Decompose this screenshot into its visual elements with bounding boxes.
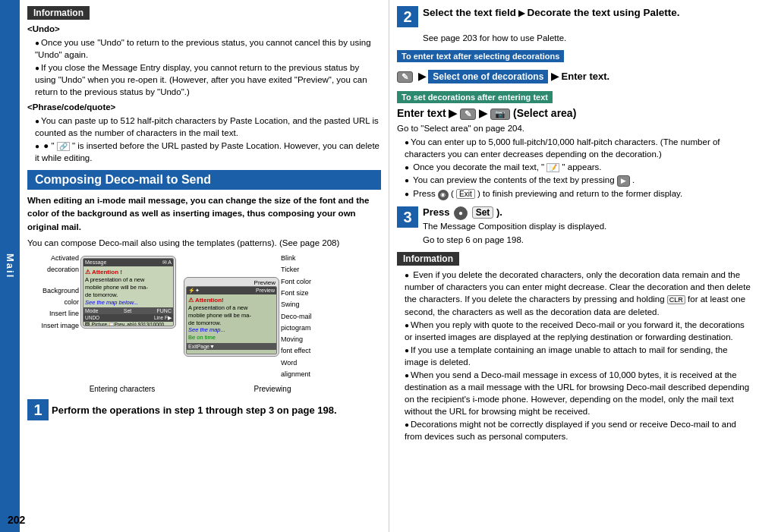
left-column: Information <Undo> Once you use "Undo" t… bbox=[20, 0, 389, 532]
right-phone-box: Preview ⚡✦ Preview ⚠ Attention! A presen… bbox=[184, 277, 279, 357]
left-phone-labels: Activateddecoration Backgroundcolor Inse… bbox=[27, 253, 80, 332]
diagram-area: Activateddecoration Backgroundcolor Inse… bbox=[27, 253, 381, 380]
step3-press-line: Press ● Set ). bbox=[423, 206, 606, 220]
enter-text-bold-line: Enter text ▶ ✎ ▶ 📷 (Select area) bbox=[397, 107, 751, 120]
info-bullet2-4: Decorations might not be correctly displ… bbox=[405, 418, 751, 442]
info-banner-label: Information bbox=[27, 6, 90, 20]
step1-row: 1 Perform the operations in step 1 throu… bbox=[27, 399, 381, 420]
preview-caption: Previewing bbox=[223, 385, 322, 393]
phrase-list: You can paste up to 512 half-pitch chara… bbox=[27, 115, 381, 164]
blue-banner: To enter text after selecting decoration… bbox=[397, 47, 751, 64]
label-insert-line: Insert line bbox=[27, 308, 79, 320]
right-bullet-0: You can enter up to 5,000 full-pitch/10,… bbox=[405, 136, 751, 160]
label-bg-color: Backgroundcolor bbox=[27, 285, 79, 309]
enter-text-label: Enter text. bbox=[562, 71, 610, 82]
info-bullet2-2: If you use a template containing an imag… bbox=[405, 344, 751, 368]
step3-number: 3 bbox=[397, 206, 418, 228]
phrase-heading: <Phrase/code/quote> bbox=[27, 101, 381, 113]
select-decor-text: Select one of decorations bbox=[428, 70, 548, 83]
screen-footer-right: ExitPage▼ bbox=[187, 343, 276, 350]
preview-label-top: Preview bbox=[186, 279, 277, 286]
step3-row: 3 Press ● Set ). The Message Composition… bbox=[397, 206, 751, 247]
arrow-deco: ▶ bbox=[418, 71, 429, 82]
step1-number: 1 bbox=[27, 399, 49, 420]
step2-title-part1: Select the text field bbox=[423, 7, 516, 18]
composing-desc2: You can compose Deco-mail also using the… bbox=[27, 237, 381, 250]
mail-sidebar-tab: Mail bbox=[0, 0, 20, 532]
info-bullets2: Even if you delete the decorated charact… bbox=[397, 269, 751, 442]
key-icon-deco: ✎ bbox=[397, 71, 413, 83]
enter-text-bold-span: Enter text bbox=[397, 107, 446, 119]
screen-header-left: Message ✉ A bbox=[83, 259, 173, 266]
label-swing: Swing bbox=[281, 299, 340, 310]
right-bullets: You can enter up to 5,000 full-pitch/10,… bbox=[397, 136, 751, 200]
info-banner-right: Information bbox=[397, 252, 751, 269]
arrow-enter: ▶ bbox=[449, 107, 460, 119]
label-deco-pict: Deco-mailpictogram bbox=[281, 311, 340, 335]
label-font-size: Font size bbox=[281, 288, 340, 299]
step2-row: 2 Select the text field ▶ Decorate the t… bbox=[397, 6, 751, 27]
left-phone-group: Activateddecoration Backgroundcolor Inse… bbox=[27, 253, 176, 332]
right-bullet-3: Press ◉ ( Exit ) to finish previewing an… bbox=[405, 187, 751, 200]
step2-number: 2 bbox=[397, 6, 418, 27]
select-enter-line: ✎ ▶ Select one of decorations ▶ Enter te… bbox=[397, 67, 751, 85]
key-icon-enter: ✎ bbox=[460, 109, 476, 120]
label-activated: Activateddecoration bbox=[27, 253, 79, 276]
label-ticker: Ticker bbox=[281, 264, 340, 275]
left-screen: Message ✉ A ⚠ Attention ! A presentation… bbox=[83, 258, 174, 326]
phrase-item-1: You can paste up to 512 half-pitch chara… bbox=[35, 115, 381, 139]
label-blink: Blink bbox=[281, 253, 340, 264]
phrase-item-2: ● " 🔗 " is inserted before the URL paste… bbox=[35, 140, 381, 164]
screen-content-right: ⚠ Attention! A presentation of a new mob… bbox=[187, 295, 276, 343]
teal-banner: To set decorations after entering text bbox=[397, 88, 751, 105]
arrow-deco2: ▶ bbox=[551, 71, 562, 82]
info-bullet2-1: When you reply with quote to the receive… bbox=[405, 319, 751, 343]
page-number: 202 bbox=[20, 514, 25, 526]
mail-tab-label: Mail bbox=[5, 253, 16, 279]
step3-sub2: Go to step 6 on page 198. bbox=[423, 234, 606, 246]
screen-footer2-left: UNDO Line F▶ bbox=[83, 314, 173, 322]
undo-heading: <Undo> bbox=[27, 23, 381, 35]
step2-title-part2: Decorate the text using Palette. bbox=[527, 7, 679, 18]
undo-list: Once you use "Undo" to return to the pre… bbox=[27, 36, 381, 98]
label-moving-font: Movingfont effect bbox=[281, 334, 340, 357]
arrow-enter2: ▶ bbox=[479, 107, 490, 119]
right-phone-labels: Blink Ticker Font color Font size Swing … bbox=[279, 253, 340, 380]
right-column: 2 Select the text field ▶ Decorate the t… bbox=[389, 0, 759, 532]
step2-arrow: ▶ bbox=[518, 8, 527, 17]
select-area-label: (Select area) bbox=[513, 107, 576, 119]
captions-row: Entering characters Previewing bbox=[27, 383, 381, 393]
right-bullet-1: Once you decorate the mail text, " 📝 " a… bbox=[405, 161, 751, 173]
step2-title-block: Select the text field ▶ Decorate the tex… bbox=[423, 6, 680, 20]
step3-sub1: The Message Composition display is displ… bbox=[423, 220, 606, 232]
screen-counter: 🖼 Picture 📋Prev. ab½ 9313/10000... bbox=[83, 322, 173, 326]
label-spacer1 bbox=[27, 276, 79, 285]
info-banner-left: Information bbox=[27, 6, 381, 23]
info-bullet2-3: When you send a Deco-mail message in exc… bbox=[405, 369, 751, 417]
teal-banner-label: To set decorations after entering text bbox=[397, 91, 553, 103]
screen-footer-left: Mode Set FUNC bbox=[83, 307, 173, 314]
go-to-select: Go to "Select area" on page 204. bbox=[397, 122, 751, 134]
step2-sub: See page 203 for how to use Palette. bbox=[423, 32, 751, 44]
label-word-align: Wordalignment bbox=[281, 357, 340, 381]
step3-press-text: Press bbox=[423, 206, 449, 218]
right-bullet-2: You can preview the contents of the text… bbox=[405, 174, 751, 187]
step1-text: Perform the operations in step 1 through… bbox=[52, 405, 337, 416]
blue-banner-label: To enter text after selecting decoration… bbox=[397, 50, 564, 62]
label-insert-img: Insert image bbox=[27, 320, 79, 332]
step3-content: Press ● Set ). The Message Composition d… bbox=[423, 206, 606, 247]
composing-title: Composing Deco-mail to Send bbox=[27, 170, 381, 190]
left-phone-box: Message ✉ A ⚠ Attention ! A presentation… bbox=[80, 256, 176, 329]
undo-item-2: If you close the Message Entry display, … bbox=[35, 61, 381, 98]
right-screen: ⚡✦ Preview ⚠ Attention! A presentation o… bbox=[186, 286, 277, 354]
enter-caption: Entering characters bbox=[73, 385, 172, 393]
undo-item-1: Once you use "Undo" to return to the pre… bbox=[35, 36, 381, 61]
composing-section: Composing Deco-mail to Send When editing… bbox=[27, 170, 381, 420]
info-bullet2-0: Even if you delete the decorated charact… bbox=[405, 269, 751, 317]
info-banner2-label: Information bbox=[397, 252, 459, 266]
screen-content-left: ⚠ Attention ! A presentation of a new mo… bbox=[83, 267, 173, 307]
composing-desc1: When editing an i-mode mail message, you… bbox=[27, 194, 381, 234]
screen-header-right: ⚡✦ Preview bbox=[187, 287, 276, 294]
circle-btn-icon: ● bbox=[454, 206, 468, 220]
step3-btn-close: ). bbox=[496, 206, 502, 218]
